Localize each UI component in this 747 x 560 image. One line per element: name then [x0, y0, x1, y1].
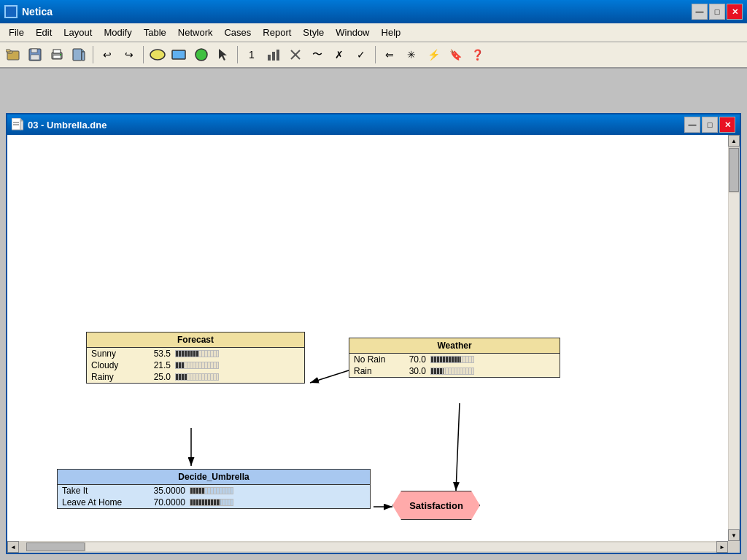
svg-rect-18	[272, 52, 275, 61]
forecast-row-sunny: Sunny 53.5	[87, 348, 304, 359]
weather-header: Weather	[349, 338, 560, 354]
tool-save[interactable]	[25, 45, 45, 64]
app-title: Netica	[22, 6, 53, 18]
svg-rect-22	[12, 118, 20, 130]
scroll-left-button[interactable]: ◄	[7, 541, 19, 553]
menu-cases[interactable]: Cases	[218, 26, 257, 39]
menu-help[interactable]: Help	[376, 26, 407, 39]
doc-title: 03 - Umbrella.dne	[28, 120, 107, 131]
tool-bookmark[interactable]: 🔖	[445, 45, 465, 64]
menu-style[interactable]: Style	[297, 26, 330, 39]
separator-1	[93, 46, 93, 63]
forecast-label-rainy: Rainy	[91, 372, 142, 382]
app-close-button[interactable]: ✕	[727, 4, 743, 20]
tool-oval-node[interactable]	[147, 45, 168, 64]
app-icon	[4, 5, 18, 18]
menu-network[interactable]: Network	[172, 26, 219, 39]
scroll-thumb-h[interactable]	[26, 542, 85, 551]
satisfaction-node[interactable]: Satisfaction	[392, 491, 480, 520]
svg-marker-16	[219, 49, 227, 61]
forecast-body: Sunny 53.5 Cloudy 21.5	[87, 348, 304, 383]
weather-bar-rain	[430, 368, 474, 375]
scroll-up-button[interactable]: ▲	[728, 135, 740, 147]
svg-rect-8	[53, 55, 61, 58]
doc-close-button[interactable]: ✕	[719, 117, 735, 133]
tool-arrow-left[interactable]: ⇐	[379, 45, 400, 64]
tool-undo[interactable]: ↩	[97, 45, 117, 64]
decide-bar-dotted-takeit	[190, 488, 233, 494]
tool-rect-node[interactable]	[169, 45, 190, 64]
svg-rect-14	[172, 50, 185, 59]
decide-row-leavehome: Leave At Home 70.0000	[58, 497, 370, 508]
tool-redo[interactable]: ↪	[119, 45, 139, 64]
forecast-value-rainy: 25.0	[145, 372, 171, 382]
tool-star[interactable]: ✳	[401, 45, 422, 64]
separator-4	[375, 46, 376, 63]
app-minimize-button[interactable]: —	[692, 4, 708, 20]
forecast-bar-dotted-sunny	[176, 351, 218, 357]
decide-bar-dotted-leavehome	[190, 499, 233, 505]
tool-1[interactable]: 1	[241, 45, 262, 64]
decide-body: Take It 35.0000 Leave At Home 70.0000	[58, 485, 370, 508]
tool-cut[interactable]	[285, 45, 306, 64]
menu-window[interactable]: Window	[330, 26, 375, 39]
doc-title-bar: 03 - Umbrella.dne — □ ✕	[7, 114, 740, 135]
scroll-thumb-v[interactable]	[729, 148, 739, 192]
tool-select[interactable]	[213, 45, 233, 64]
forecast-label-cloudy: Cloudy	[91, 360, 142, 370]
menu-modify[interactable]: Modify	[98, 26, 137, 39]
tool-wave[interactable]: 〜	[307, 45, 328, 64]
svg-rect-10	[73, 49, 82, 61]
forecast-bar-cloudy	[175, 362, 219, 369]
menu-table[interactable]: Table	[138, 26, 172, 39]
tool-export[interactable]	[69, 45, 89, 64]
weather-bar-dotted-rain	[431, 368, 473, 374]
forecast-node[interactable]: Forecast Sunny 53.5 Cloudy 21.5	[86, 332, 305, 384]
svg-rect-12	[82, 52, 85, 61]
svg-point-13	[150, 50, 165, 60]
decide-node[interactable]: Decide_Umbrella Take It 35.0000 Leave At…	[57, 469, 371, 509]
title-buttons: — □ ✕	[692, 4, 743, 20]
forecast-value-cloudy: 21.5	[145, 360, 171, 370]
forecast-bar-sunny	[175, 350, 219, 357]
tool-circle-node[interactable]	[191, 45, 212, 64]
satisfaction-shape: Satisfaction	[392, 491, 480, 520]
scrollbar-vertical[interactable]: ▲ ▼	[728, 135, 740, 541]
satisfaction-label: Satisfaction	[409, 500, 463, 511]
decide-value-leavehome: 70.0000	[138, 497, 185, 508]
tool-chart[interactable]	[263, 45, 284, 64]
doc-minimize-button[interactable]: —	[684, 117, 700, 133]
scroll-down-button[interactable]: ▼	[728, 529, 740, 541]
tool-lightning[interactable]: ⚡	[423, 45, 444, 64]
tool-x[interactable]: ✗	[329, 45, 349, 64]
forecast-bar-dotted-cloudy	[176, 362, 218, 368]
separator-2	[143, 46, 144, 63]
menu-layout[interactable]: Layout	[58, 26, 98, 39]
doc-maximize-button[interactable]: □	[702, 117, 718, 133]
forecast-label-sunny: Sunny	[91, 349, 142, 359]
menu-report[interactable]: Report	[257, 26, 297, 39]
forecast-bar-dotted-rainy	[176, 374, 218, 380]
tool-print[interactable]	[47, 45, 67, 64]
scroll-right-button[interactable]: ►	[716, 541, 728, 553]
tool-help[interactable]: ❓	[467, 45, 487, 64]
app-maximize-button[interactable]: □	[709, 4, 725, 20]
tool-open[interactable]	[3, 45, 23, 64]
forecast-row-rainy: Rainy 25.0	[87, 371, 304, 383]
forecast-value-sunny: 53.5	[145, 349, 171, 359]
svg-point-15	[196, 49, 207, 61]
weather-row-rain: Rain 30.0	[349, 365, 560, 377]
menu-bar: File Edit Layout Modify Table Network Ca…	[0, 23, 747, 42]
weather-label-rain: Rain	[354, 366, 398, 376]
menu-edit[interactable]: Edit	[30, 26, 58, 39]
svg-point-9	[60, 54, 61, 55]
menu-file[interactable]: File	[3, 26, 30, 39]
svg-rect-5	[31, 55, 39, 60]
weather-row-norain: No Rain 70.0	[349, 354, 560, 365]
weather-node[interactable]: Weather No Rain 70.0 Rain 30.0	[349, 338, 560, 378]
doc-icon	[12, 118, 23, 131]
scrollbar-horizontal[interactable]: ◄ ►	[7, 541, 728, 553]
svg-rect-7	[53, 50, 61, 53]
scroll-track-h	[86, 542, 716, 551]
tool-check[interactable]: ✓	[351, 45, 371, 64]
